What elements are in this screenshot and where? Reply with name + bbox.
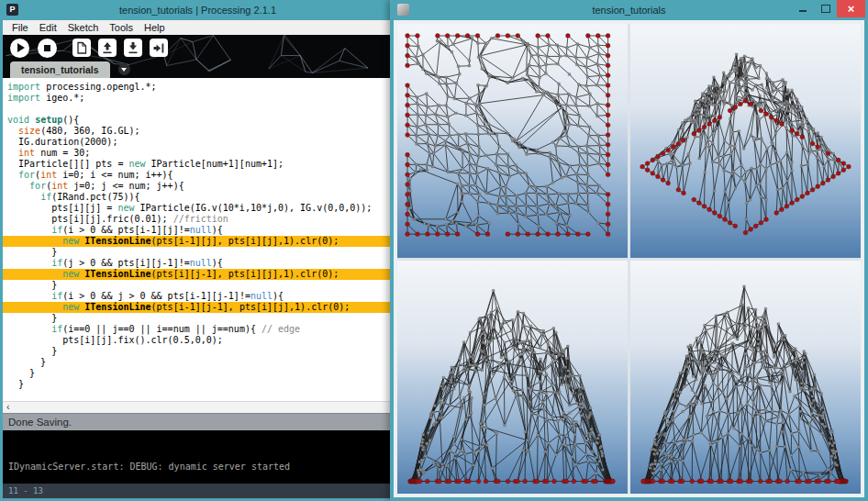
mesh-canvas-front	[397, 261, 628, 495]
stop-button[interactable]	[38, 39, 57, 58]
new-sketch-button[interactable]	[72, 39, 91, 57]
code-line: for(int j=0; j <= num; j++){	[3, 181, 393, 192]
code-line: }	[3, 247, 393, 258]
horizontal-scrollbar[interactable]: ‹	[3, 401, 393, 413]
sketch-titlebar[interactable]: tension_tutorials ×	[390, 0, 868, 20]
code-line: size(480, 360, IG.GL);	[3, 126, 393, 137]
code-line: new ITensionLine(pts[i-1][j-1], pts[i][j…	[3, 302, 393, 313]
code-line: }	[3, 379, 393, 390]
processing-ide-window: P tension_tutorials | Processing 2.1.1 F…	[0, 0, 395, 501]
open-sketch-button[interactable]	[98, 39, 117, 57]
console-output: IDynamicServer.start: DEBUG: dynamic ser…	[3, 430, 393, 484]
code-editor[interactable]: import processing.opengl.*;import igeo.*…	[3, 78, 393, 401]
line-indicator-bar: 11 - 13	[3, 484, 393, 498]
code-line: new ITensionLine(pts[i-1][j], pts[i][j],…	[3, 236, 393, 247]
code-line: }	[3, 313, 393, 324]
code-line: IParticle[][] pts = new IParticle[num+1]…	[3, 159, 393, 170]
code-line: }	[3, 368, 393, 379]
toolbar	[3, 37, 393, 59]
code-line: }	[3, 280, 393, 291]
scroll-left-arrow-icon[interactable]: ‹	[6, 401, 10, 412]
toolbar-area: tension_tutorials	[3, 35, 393, 78]
code-line: if(IRand.pct(75)){	[3, 192, 393, 203]
run-button[interactable]	[10, 39, 29, 58]
minimize-icon	[799, 10, 807, 12]
menu-edit[interactable]: Edit	[34, 22, 62, 33]
minimize-button[interactable]	[791, 0, 814, 17]
code-line: int num = 30;	[3, 148, 393, 159]
close-button[interactable]: ×	[837, 0, 865, 17]
menu-tools[interactable]: Tools	[104, 22, 139, 33]
menu-bar: File Edit Sketch Tools Help	[3, 20, 393, 35]
code-line: pts[i][j].fix().clr(0.5,0,0);	[3, 335, 393, 346]
code-line: pts[i][j] = new IParticle(IG.v(10*i,10*j…	[3, 203, 393, 214]
line-indicator: 11 - 13	[8, 486, 43, 495]
window-controls: ×	[791, 0, 865, 17]
desktop: P tension_tutorials | Processing 2.1.1 F…	[0, 0, 868, 501]
menu-help[interactable]: Help	[139, 22, 171, 33]
export-sketch-button[interactable]	[150, 39, 168, 57]
code-line: void setup(){	[3, 115, 393, 126]
viewport-grid	[397, 24, 861, 494]
code-line: if(i > 0 && pts[i-1][j]!=null){	[3, 225, 393, 236]
code-line: if(j > 0 && pts[i][j-1]!=null){	[3, 258, 393, 269]
code-line: if(i==0 || j==0 || i==num || j==num){ //…	[3, 324, 393, 335]
viewport-frame	[394, 20, 864, 497]
save-down-arrow-icon	[128, 41, 139, 54]
viewport-side-view[interactable]	[630, 261, 861, 495]
ide-titlebar[interactable]: P tension_tutorials | Processing 2.1.1	[0, 0, 395, 20]
menu-sketch[interactable]: Sketch	[62, 22, 105, 33]
tab-strip: tension_tutorials	[3, 60, 393, 78]
tab-tension-tutorials[interactable]: tension_tutorials	[10, 61, 110, 78]
code-line	[3, 104, 393, 115]
maximize-button[interactable]	[814, 0, 837, 17]
save-sketch-button[interactable]	[124, 39, 142, 57]
code-line: }	[3, 346, 393, 357]
export-right-arrow-icon	[153, 42, 165, 54]
stop-icon	[44, 45, 50, 51]
play-icon	[17, 43, 25, 52]
ide-window-title: tension_tutorials | Processing 2.1.1	[0, 0, 395, 20]
code-line: new ITensionLine(pts[i][j-1], pts[i][j],…	[3, 269, 393, 280]
tab-menu-button[interactable]	[118, 63, 130, 75]
code-line: if(i > 0 && j > 0 && pts[i-1][j-1]!=null…	[3, 291, 393, 302]
code-line: import processing.opengl.*;	[3, 82, 393, 93]
code-line: IG.duration(2000);	[3, 137, 393, 148]
mesh-canvas-side	[630, 261, 861, 495]
code-line	[3, 390, 393, 401]
open-up-arrow-icon	[102, 41, 113, 54]
viewport-front-view[interactable]	[397, 261, 628, 495]
sketch-window: tension_tutorials ×	[390, 0, 868, 501]
viewport-top-view[interactable]	[397, 24, 628, 258]
menu-file[interactable]: File	[6, 22, 34, 33]
mesh-canvas-iso	[630, 24, 861, 258]
code-line: pts[i][j].fric(0.01); //friction	[3, 214, 393, 225]
console-message: IDynamicServer.start: DEBUG: dynamic ser…	[8, 462, 290, 472]
code-line: for(int i=0; i <= num; i++){	[3, 170, 393, 181]
code-line: import igeo.*;	[3, 93, 393, 104]
viewport-perspective-view[interactable]	[630, 24, 861, 258]
mesh-canvas-plan	[397, 24, 628, 258]
status-bar: Done Saving.	[3, 413, 393, 430]
maximize-icon	[821, 5, 830, 13]
status-message: Done Saving.	[8, 417, 72, 428]
code-line: }	[3, 357, 393, 368]
tab-label: tension_tutorials	[21, 64, 99, 75]
new-document-icon	[76, 41, 87, 54]
